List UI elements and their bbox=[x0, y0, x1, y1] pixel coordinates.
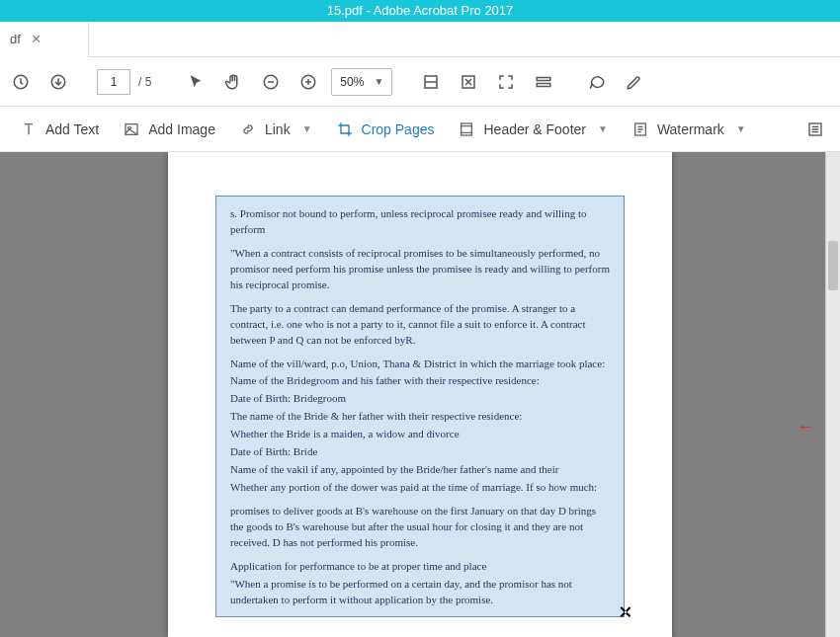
pointer-tool-icon[interactable] bbox=[181, 67, 210, 97]
main-toolbar: / 5 50% ▼ bbox=[0, 57, 840, 107]
doc-text: Application for performance to be at pro… bbox=[230, 559, 610, 575]
crop-pages-button[interactable]: Crop Pages bbox=[326, 115, 445, 144]
doc-text: Name of the vill/ward, p.o, Union, Thana… bbox=[230, 357, 610, 372]
save-icon[interactable] bbox=[6, 67, 36, 97]
crop-icon bbox=[336, 120, 354, 138]
annotation-arrow-icon: ← bbox=[797, 417, 814, 438]
zoom-select[interactable]: 50% ▼ bbox=[331, 68, 392, 96]
doc-text: Date of Birth: Bride bbox=[230, 444, 610, 460]
doc-text: Name of the Bridegroom and his father wi… bbox=[230, 373, 610, 389]
tab-close-icon[interactable]: ✕ bbox=[31, 32, 42, 46]
document-tab[interactable]: df ✕ bbox=[0, 22, 89, 57]
page-total: / 5 bbox=[138, 75, 151, 89]
document-workspace[interactable]: ↖ s. Promisor not bound to perform, unle… bbox=[0, 152, 840, 637]
vertical-scrollbar[interactable] bbox=[825, 152, 840, 637]
add-image-button[interactable]: Add Image bbox=[113, 115, 225, 144]
tab-label: df bbox=[10, 32, 21, 46]
image-icon bbox=[123, 120, 140, 138]
fit-width-icon[interactable] bbox=[416, 67, 446, 97]
chevron-down-icon: ▼ bbox=[374, 76, 383, 87]
add-text-button[interactable]: Add Text bbox=[10, 115, 109, 144]
doc-text: The name of the Bride & her father with … bbox=[230, 409, 610, 425]
fit-page-icon[interactable] bbox=[454, 67, 483, 97]
hand-tool-icon[interactable] bbox=[218, 67, 248, 97]
edit-toolbar: Add Text Add Image Link ▼ Crop Pages Hea… bbox=[0, 107, 840, 152]
doc-text: Whether any portion of the dower was pai… bbox=[230, 480, 610, 496]
doc-text: "When a promise is to be performed on a … bbox=[230, 577, 610, 608]
chevron-down-icon: ▼ bbox=[736, 123, 746, 134]
pdf-page[interactable]: s. Promisor not bound to perform, unless… bbox=[168, 152, 672, 637]
more-options-icon[interactable] bbox=[800, 115, 830, 144]
doc-text: s. Promisor not bound to perform, unless… bbox=[230, 206, 610, 238]
watermark-icon bbox=[631, 120, 649, 138]
doc-text: promises to deliver goods at B's warehou… bbox=[230, 504, 610, 551]
header-footer-icon bbox=[458, 120, 475, 138]
link-icon bbox=[239, 120, 257, 138]
crop-selection[interactable]: s. Promisor not bound to perform, unless… bbox=[215, 196, 625, 617]
window-title-bar: 15.pdf - Adobe Acrobat Pro 2017 bbox=[0, 0, 840, 22]
zoom-out-icon[interactable] bbox=[256, 67, 286, 97]
download-icon[interactable] bbox=[43, 67, 73, 97]
zoom-value: 50% bbox=[340, 75, 364, 89]
window-title: 15.pdf - Adobe Acrobat Pro 2017 bbox=[327, 3, 514, 18]
svg-rect-6 bbox=[538, 77, 551, 80]
chevron-down-icon: ▼ bbox=[302, 123, 312, 134]
svg-rect-10 bbox=[462, 123, 472, 135]
comment-icon[interactable] bbox=[582, 67, 612, 97]
scroll-thumb[interactable] bbox=[828, 241, 838, 290]
doc-text: Date of Birth: Bridegroom bbox=[230, 391, 610, 407]
fullscreen-icon[interactable] bbox=[491, 67, 521, 97]
header-footer-button[interactable]: Header & Footer ▼ bbox=[448, 115, 617, 144]
view-mode-icon[interactable] bbox=[529, 67, 558, 97]
svg-rect-7 bbox=[538, 83, 551, 86]
doc-text: Name of the vakil if any, appointed by t… bbox=[230, 462, 610, 478]
tab-strip: df ✕ bbox=[0, 22, 840, 57]
text-icon bbox=[20, 120, 38, 138]
doc-text: "When a contract consists of reciprocal … bbox=[230, 246, 610, 293]
watermark-button[interactable]: Watermark ▼ bbox=[622, 115, 756, 144]
highlight-icon[interactable] bbox=[620, 67, 649, 97]
zoom-in-icon[interactable] bbox=[294, 67, 323, 97]
chevron-down-icon: ▼ bbox=[598, 123, 608, 134]
doc-text: Whether the Bride is a maiden, a widow a… bbox=[230, 427, 610, 442]
doc-text: The party to a contract can demand perfo… bbox=[230, 301, 610, 349]
page-number-input[interactable] bbox=[97, 69, 130, 95]
link-button[interactable]: Link ▼ bbox=[229, 115, 322, 144]
